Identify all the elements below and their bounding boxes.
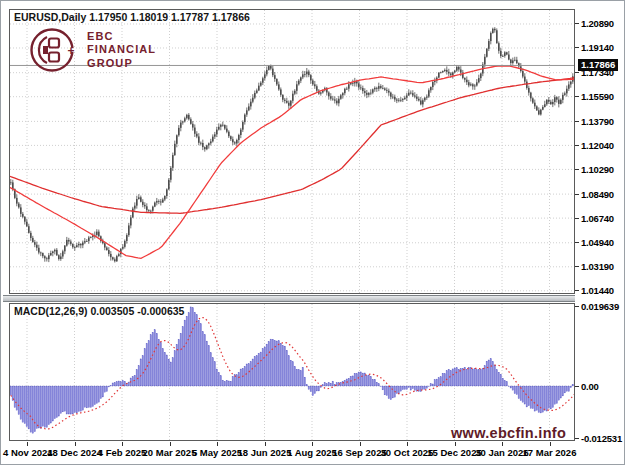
price-axis-tick [575, 242, 579, 243]
date-axis-label: 18 Dec 2024 [47, 447, 101, 458]
macd-axis-tick [575, 438, 579, 439]
date-axis-tick [312, 442, 313, 446]
macd-axis-tick [575, 306, 579, 307]
price-axis-tick [575, 47, 579, 48]
price-axis-tick [575, 266, 579, 267]
date-axis-tick [455, 442, 456, 446]
date-axis-label: 20 Mar 2025 [143, 447, 197, 458]
date-axis-label: 4 Feb 2025 [98, 447, 147, 458]
price-axis-label: 1.19140 [581, 42, 614, 53]
price-axis-label: 1.12040 [581, 140, 614, 151]
price-axis-label: 1.15590 [581, 91, 614, 102]
price-axis-tick [575, 218, 579, 219]
watermark-url: www.ebcfin.info [451, 425, 566, 441]
date-axis-label: 1 Aug 2025 [287, 447, 337, 458]
macd-indicator-title: MACD(12,26,9) 0.003505 -0.000635 [14, 305, 184, 317]
price-axis-tick [575, 290, 579, 291]
date-axis-label: 16 Sep 2025 [332, 447, 386, 458]
moving-average-line [10, 66, 574, 258]
svg-text:+: + [68, 44, 75, 58]
macd-axis-label: -0.012531 [581, 433, 622, 444]
price-axis-tick [575, 121, 579, 122]
price-axis-tick [575, 72, 579, 73]
date-axis-label: 30 Jan 2026 [475, 447, 528, 458]
date-axis-label: 18 Jun 2025 [238, 447, 292, 458]
date-axis-tick [217, 442, 218, 446]
date-axis-tick [75, 442, 76, 446]
price-axis-tick [575, 169, 579, 170]
date-axis-tick [550, 442, 551, 446]
date-axis-tick [170, 442, 171, 446]
pane-separator[interactable] [3, 295, 575, 302]
price-axis-label: 1.03190 [581, 261, 614, 272]
price-axis-tick [575, 23, 579, 24]
date-axis-label: 5 May 2025 [192, 447, 242, 458]
date-axis-tick [360, 442, 361, 446]
price-axis-label: 1.13790 [581, 116, 614, 127]
price-axis-label: 1.10290 [581, 164, 614, 175]
symbol-ohlc-title: EURUSD,Daily 1.17950 1.18019 1.17787 1.1… [14, 11, 250, 23]
date-axis-tick [122, 442, 123, 446]
logo-line-3: GROUP [87, 57, 156, 71]
date-axis-label: 15 Dec 2025 [427, 447, 481, 458]
date-axis-tick [27, 442, 28, 446]
price-axis-label: 1.04940 [581, 237, 614, 248]
logo-line-1: EBC [87, 30, 156, 44]
date-axis-tick [502, 442, 503, 446]
macd-axis-tick [575, 386, 579, 387]
ebc-logo-text: EBC FINANCIAL GROUP [87, 30, 156, 71]
ebc-logo: + EBC FINANCIAL GROUP [28, 25, 156, 75]
price-axis-label: 1.08490 [581, 189, 614, 200]
macd-chart-canvas[interactable] [10, 304, 574, 440]
price-axis-tick [575, 96, 579, 97]
macd-indicator-pane[interactable]: MACD(12,26,9) 0.003505 -0.000635 [9, 303, 575, 441]
macd-axis-label: 0.00 [581, 381, 599, 392]
macd-axis-label: 0.019639 [581, 301, 619, 312]
chart-window: EURUSD,Daily 1.17950 1.18019 1.17787 1.1… [0, 0, 625, 465]
price-axis-label: 1.01440 [581, 285, 614, 296]
price-axis-label: 1.06740 [581, 213, 614, 224]
date-axis-label: 17 Mar 2026 [523, 447, 577, 458]
price-axis-tick [575, 145, 579, 146]
date-axis-tick [265, 442, 266, 446]
price-axis-tick [575, 194, 579, 195]
current-price-tag: 1.17866 [578, 59, 618, 71]
ebc-logo-icon: + [28, 25, 78, 75]
date-axis-label: 30 Oct 2025 [381, 447, 434, 458]
price-axis-label: 1.20890 [581, 18, 614, 29]
logo-line-2: FINANCIAL [87, 43, 156, 57]
date-axis-tick [407, 442, 408, 446]
date-axis-label: 4 Nov 2024 [3, 447, 53, 458]
